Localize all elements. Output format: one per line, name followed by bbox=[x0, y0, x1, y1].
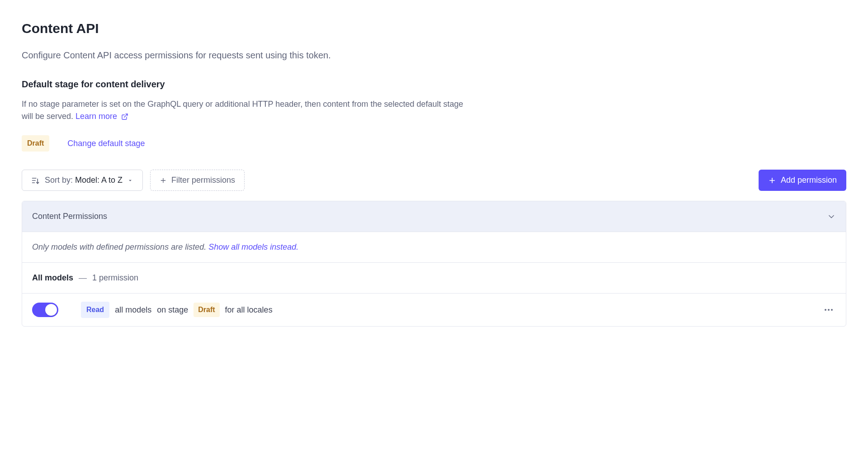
permissions-toolbar: Sort by: Model: A to Z Filter permission… bbox=[22, 170, 846, 191]
page-title: Content API bbox=[22, 18, 846, 38]
sort-value: Model: A to Z bbox=[75, 175, 123, 185]
chevron-down-icon bbox=[127, 177, 133, 184]
sort-button[interactable]: Sort by: Model: A to Z bbox=[22, 170, 143, 191]
model-group-name: All models bbox=[32, 272, 73, 284]
svg-point-8 bbox=[825, 309, 826, 311]
more-options-icon[interactable] bbox=[821, 303, 836, 317]
permission-text-models: all models bbox=[115, 304, 151, 316]
svg-point-9 bbox=[828, 309, 830, 311]
permission-description: Read all models on stage Draft for all l… bbox=[81, 302, 273, 318]
content-permissions-title: Content Permissions bbox=[32, 210, 107, 223]
plus-icon bbox=[160, 177, 167, 184]
permissions-info-row: Only models with defined permissions are… bbox=[22, 232, 846, 262]
content-permissions-panel: Content Permissions Only models with def… bbox=[22, 201, 846, 327]
toggle-knob bbox=[45, 304, 57, 316]
filter-label: Filter permissions bbox=[171, 175, 235, 185]
content-permissions-header[interactable]: Content Permissions bbox=[22, 201, 846, 232]
svg-point-10 bbox=[831, 309, 833, 311]
page-subtitle: Configure Content API access permissions… bbox=[22, 48, 846, 62]
learn-more-link[interactable]: Learn more bbox=[75, 112, 128, 121]
plus-icon bbox=[768, 176, 776, 185]
external-link-icon bbox=[121, 113, 128, 120]
sort-prefix: Sort by: bbox=[45, 175, 75, 185]
model-group-count: 1 permission bbox=[92, 272, 138, 284]
permission-toggle[interactable] bbox=[32, 303, 58, 317]
permission-action-badge: Read bbox=[81, 302, 109, 318]
default-stage-title: Default stage for content delivery bbox=[22, 77, 846, 91]
permission-text-onstage: on stage bbox=[157, 304, 188, 316]
add-permission-button[interactable]: Add permission bbox=[759, 170, 846, 191]
chevron-down-icon bbox=[827, 212, 836, 221]
permissions-info-text: Only models with defined permissions are… bbox=[32, 242, 208, 251]
content-api-section: Content API Configure Content API access… bbox=[22, 18, 846, 327]
model-group-separator: — bbox=[79, 272, 87, 284]
default-stage-row: Draft Change default stage bbox=[22, 135, 846, 152]
filter-permissions-button[interactable]: Filter permissions bbox=[150, 170, 245, 191]
show-all-models-link[interactable]: Show all models instead. bbox=[208, 242, 298, 251]
add-permission-label: Add permission bbox=[781, 175, 837, 185]
permission-row: Read all models on stage Draft for all l… bbox=[22, 293, 846, 326]
sort-icon bbox=[31, 176, 40, 185]
default-stage-description: If no stage parameter is set on the Grap… bbox=[22, 98, 474, 123]
default-stage-badge: Draft bbox=[22, 135, 49, 152]
permission-text-locales: for all locales bbox=[225, 304, 273, 316]
model-group-row: All models — 1 permission bbox=[22, 262, 846, 293]
permission-stage-badge: Draft bbox=[193, 303, 219, 317]
change-default-stage-link[interactable]: Change default stage bbox=[67, 138, 145, 150]
svg-line-0 bbox=[124, 114, 127, 117]
